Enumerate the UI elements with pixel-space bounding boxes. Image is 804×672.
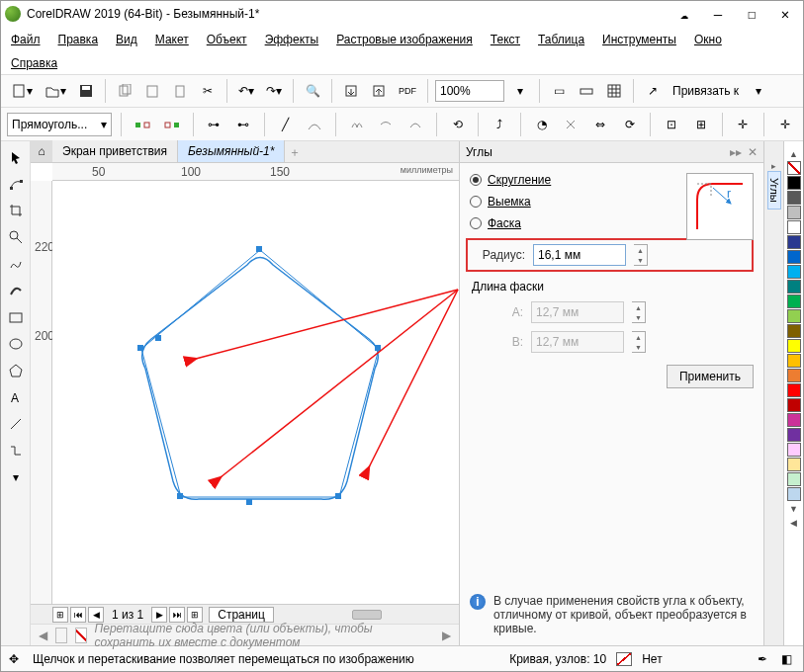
paste-button[interactable] [140,78,164,104]
add-node-button[interactable] [131,113,154,136]
apply-button[interactable]: Применить [667,365,754,388]
cusp-button[interactable] [345,113,369,136]
reverse-button[interactable]: ⟲ [446,113,470,136]
side-tab-corners[interactable]: Углы [767,171,781,210]
ellipse-tool[interactable] [4,332,28,356]
page-tab-1[interactable]: Страниц [209,607,274,623]
swatch[interactable] [787,265,801,279]
swatch[interactable] [787,428,801,442]
tab-add-button[interactable]: ＋ [285,142,305,162]
swatch[interactable] [787,487,801,501]
menu-table[interactable]: Таблица [538,33,584,46]
menu-view[interactable]: Вид [116,33,137,46]
snap-to-label[interactable]: Привязать к [669,84,743,98]
status-fill-swatch[interactable] [616,652,632,666]
menu-file[interactable]: Файл [11,33,41,46]
zoom-tool[interactable] [4,225,28,249]
rotate-nodes-button[interactable]: ⟳ [618,113,642,136]
tab-document[interactable]: Безымянный-1* [178,140,285,162]
parallel-dim-tool[interactable] [4,412,28,436]
grid-button[interactable] [602,78,626,104]
swatch[interactable] [787,191,801,205]
nofill-icon[interactable] [75,628,87,643]
import-button[interactable] [339,78,363,104]
launch-button[interactable]: ↗ [641,78,665,104]
zoom-level-input[interactable] [435,80,504,102]
delete-node-button[interactable] [160,113,184,136]
swatch[interactable] [787,369,801,382]
join-nodes-button[interactable]: ⊶ [203,113,226,136]
docker-close-icon[interactable]: ✕ [748,145,758,159]
radius-input[interactable] [533,244,626,266]
elastic-button[interactable]: ✛ [732,113,756,136]
swatch[interactable] [787,294,801,308]
select-all-button[interactable]: ✛ [773,113,797,136]
freehand-tool[interactable] [4,252,28,276]
palette-up-icon[interactable]: ▲ [789,149,798,159]
menu-object[interactable]: Объект [207,33,247,46]
zoom-dropdown[interactable]: ▾ [508,78,532,104]
publish-pdf-button[interactable]: PDF [395,78,420,104]
menu-help[interactable]: Справка [11,56,57,70]
canvas[interactable] [52,181,459,604]
swatch[interactable] [787,324,801,338]
rectangle-tool[interactable] [4,305,28,329]
clipboard-button[interactable] [168,78,192,104]
swatch[interactable] [787,206,801,219]
extract-button[interactable]: ◔ [530,113,554,136]
swatch[interactable] [787,220,801,234]
menu-window[interactable]: Окно [694,33,722,46]
swatch[interactable] [787,398,801,412]
swatch[interactable] [787,339,801,353]
menu-effects[interactable]: Эффекты [265,33,319,46]
page-prev-button[interactable]: ◀ [88,607,104,623]
new-doc-button[interactable]: ▾ [7,78,37,104]
menu-edit[interactable]: Правка [58,33,99,46]
ruler-vertical[interactable]: 220 200 [31,181,52,604]
polygon-tool[interactable] [4,359,28,382]
pen-icon[interactable]: ✒ [758,652,771,666]
eyedropper-icon[interactable] [55,628,67,643]
close-curve-button[interactable] [560,113,583,136]
menu-bitmaps[interactable]: Растровые изображения [336,33,473,46]
swatch[interactable] [787,383,801,397]
artistic-media-tool[interactable] [4,279,28,302]
rulers-button[interactable] [575,78,598,104]
more-tool[interactable]: ▾ [4,465,28,489]
align-nodes-button[interactable]: ⊡ [660,113,683,136]
text-tool[interactable]: A [4,385,28,409]
close-button[interactable]: ✕ [775,4,795,24]
docker-collapse-icon[interactable]: ▸▸ [730,145,742,159]
tab-welcome[interactable]: Экран приветствия [52,140,178,162]
swatch[interactable] [787,235,801,249]
connector-tool[interactable] [4,439,28,462]
shape-tool[interactable] [4,172,28,196]
swatch[interactable] [787,354,801,368]
swatch[interactable] [787,250,801,264]
swatch[interactable] [787,413,801,427]
swatch[interactable] [787,176,801,190]
shape-mode-combo[interactable]: Прямоуголь...▾ [7,113,112,136]
extend-button[interactable]: ⤴ [488,113,511,136]
palette-expand-icon[interactable]: ◀ [790,518,797,528]
color-proof-icon[interactable]: ◧ [781,652,795,666]
swatch-none[interactable] [787,161,801,175]
page-add-button[interactable]: ⊞ [52,607,68,623]
color-well-strip[interactable]: ◀ Перетащите сюда цвета (или объекты), ч… [31,624,459,645]
cut-button[interactable]: ✂ [196,78,220,104]
swatch[interactable] [787,309,801,323]
crop-tool[interactable] [4,199,28,222]
snap-dropdown[interactable]: ▾ [747,78,770,104]
search-button[interactable]: 🔍 [301,78,324,104]
horizontal-scroll-thumb[interactable] [352,610,382,620]
to-line-button[interactable]: ╱ [274,113,298,136]
export-button[interactable] [367,78,391,104]
redo-button[interactable]: ↷▾ [262,78,286,104]
home-tab-icon[interactable]: ⌂ [31,140,52,162]
docker-titlebar[interactable]: Углы ▸▸✕ [460,141,763,163]
page-next-button[interactable]: ▶ [151,607,167,623]
palette-down-icon[interactable]: ▼ [789,504,798,514]
minimize-button[interactable]: — [708,4,728,24]
swatch[interactable] [787,443,801,457]
menu-text[interactable]: Текст [491,33,520,46]
